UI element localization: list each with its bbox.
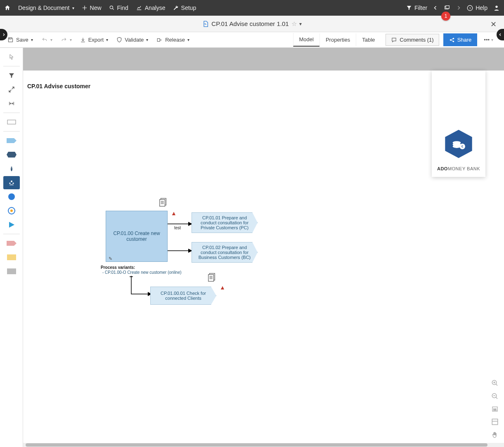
palette-shape-rect-yellow[interactable]: [3, 251, 20, 264]
svg-rect-24: [7, 268, 16, 274]
svg-marker-13: [7, 152, 17, 158]
chart-line-icon: [136, 5, 142, 11]
find-button[interactable]: Find: [109, 5, 128, 11]
diagram-title: CP.01 Advise customer: [27, 83, 90, 89]
redo-button[interactable]: ▾: [61, 37, 72, 43]
process-main[interactable]: CP.01.00 Create new customer: [106, 211, 168, 262]
share-button[interactable]: Share: [443, 33, 478, 46]
palette-shape-arrow-blue[interactable]: [3, 134, 20, 147]
palette-expand[interactable]: [3, 83, 20, 96]
palette-shape-tag-pink[interactable]: [3, 237, 20, 250]
comments-button[interactable]: Comments (1): [386, 34, 439, 46]
svg-marker-12: [7, 138, 17, 143]
analyse-button[interactable]: Analyse: [136, 5, 166, 11]
zoom-in-button[interactable]: [491, 379, 499, 387]
notification-badge[interactable]: 1: [441, 12, 450, 21]
palette-shape-rect[interactable]: [3, 115, 20, 129]
svg-point-18: [8, 193, 15, 200]
zoom-reset-button[interactable]: 1:1: [491, 406, 499, 412]
window-button[interactable]: [444, 5, 450, 11]
share-icon: [449, 37, 455, 43]
chevron-down-icon: ▾: [70, 38, 72, 42]
palette-shape-circle-orange[interactable]: [3, 204, 20, 217]
undo-button[interactable]: ▾: [41, 37, 52, 43]
home-button[interactable]: [4, 5, 11, 11]
new-button[interactable]: New: [82, 5, 102, 11]
tab-model[interactable]: Model: [293, 33, 319, 47]
arrow-shape-icon: [7, 138, 17, 143]
chevron-left-icon: [433, 5, 438, 11]
release-button[interactable]: Release ▾: [156, 37, 189, 43]
wrench-icon: [173, 5, 179, 11]
svg-point-8: [450, 39, 451, 40]
svg-point-0: [110, 6, 113, 9]
palette-shape-hex[interactable]: [3, 148, 20, 161]
save-button[interactable]: Save ▾: [7, 37, 33, 43]
find-label: Find: [117, 5, 128, 11]
plus-icon: [82, 5, 88, 11]
filter-button[interactable]: Filter: [406, 5, 427, 11]
hex-icon: [7, 152, 17, 158]
palette-shape-circle-blue[interactable]: [3, 190, 20, 203]
tab-properties[interactable]: Properties: [319, 33, 356, 46]
home-icon: [4, 5, 11, 11]
close-button[interactable]: ✕: [490, 20, 497, 29]
svg-point-20: [10, 209, 13, 212]
palette-shape-org[interactable]: [3, 176, 20, 189]
palette-divider: [3, 131, 20, 132]
documents-icon: [159, 198, 168, 208]
logo-text: ADOMONEY BANK: [437, 166, 480, 171]
process-sub[interactable]: CP.01.00.01 Check for connected Clients: [150, 287, 216, 305]
hand-tool-button[interactable]: [491, 431, 499, 439]
chevron-down-icon: ▾: [146, 38, 148, 42]
palette-divider: [3, 234, 20, 234]
chevron-down-icon[interactable]: ▾: [299, 21, 302, 27]
zoom-out-button[interactable]: [491, 393, 499, 400]
more-button[interactable]: ••• ▾: [480, 34, 497, 45]
release-icon: [156, 37, 163, 43]
star-icon[interactable]: ☆: [291, 20, 297, 28]
chevron-down-icon: ▾: [491, 38, 493, 42]
scrollbar-thumb[interactable]: [26, 443, 487, 447]
diagram-canvas[interactable]: CP.01 Advise customer €: [23, 71, 504, 447]
validate-button[interactable]: Validate ▾: [116, 37, 148, 43]
connector-arrow: [168, 248, 192, 254]
chevron-right-icon: [456, 5, 461, 11]
palette-fit-width[interactable]: [3, 97, 20, 110]
svg-rect-7: [157, 38, 160, 41]
horizontal-scrollbar[interactable]: [23, 443, 504, 447]
export-button[interactable]: Export ▾: [80, 37, 109, 43]
process-branch-1[interactable]: CP.01.01 Prepare and conduct consultatio…: [192, 212, 258, 233]
svg-marker-21: [9, 222, 14, 228]
palette-filter[interactable]: [3, 69, 20, 82]
chevron-down-icon: ▾: [50, 38, 52, 42]
variant-item[interactable]: - CP.01.00-O Create new customer (online…: [102, 270, 182, 275]
user-button[interactable]: [493, 5, 500, 11]
palette-shape-rect-gray[interactable]: [3, 265, 20, 278]
svg-marker-22: [7, 241, 17, 246]
palette-shape-play[interactable]: [3, 218, 20, 231]
help-button[interactable]: ? Help: [467, 5, 487, 11]
document-title: CP.01 Advise customer 1.01: [211, 20, 289, 27]
top-navbar: Design & Document ▾ New Find Analyse S: [0, 0, 504, 16]
comment-icon: [391, 37, 397, 43]
new-label: New: [90, 5, 102, 11]
svg-point-16: [9, 183, 10, 184]
svg-point-15: [11, 181, 12, 182]
nav-forward-button[interactable]: [456, 5, 461, 11]
tab-table[interactable]: Table: [356, 33, 381, 46]
save-icon: [7, 37, 14, 43]
zoom-fit-button[interactable]: [491, 418, 499, 426]
svg-point-14: [11, 167, 12, 168]
variants-label: Process variants:: [101, 265, 135, 270]
palette-shape-person[interactable]: [3, 162, 20, 175]
palette-pointer[interactable]: [3, 50, 20, 64]
setup-button[interactable]: Setup: [173, 5, 196, 11]
canvas-area[interactable]: CP.01 Advise customer €: [23, 48, 504, 447]
process-branch-2[interactable]: CP.01.02 Prepare and conduct consultatio…: [192, 242, 258, 263]
design-document-menu[interactable]: Design & Document ▾: [18, 5, 74, 11]
fit-width-icon: [8, 101, 15, 106]
palette-divider: [3, 113, 20, 113]
nav-back-button[interactable]: [433, 5, 438, 11]
filter-label: Filter: [414, 5, 427, 11]
